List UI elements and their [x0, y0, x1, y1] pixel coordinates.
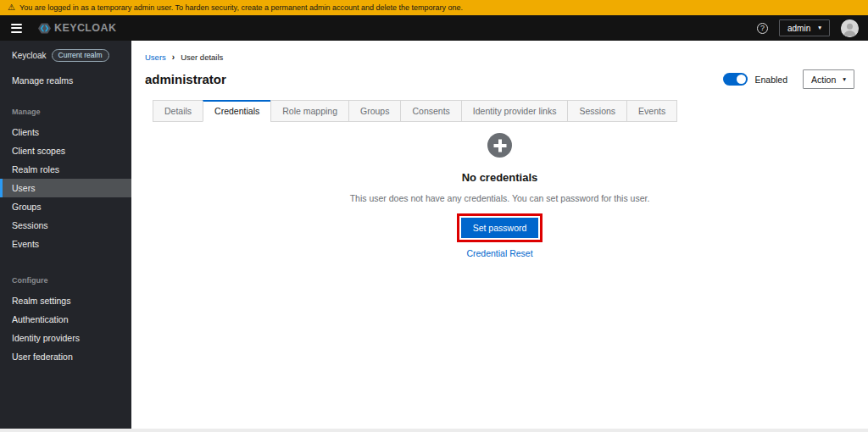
- keycloak-logo: KEYCLOAK: [38, 22, 116, 35]
- tab-credentials[interactable]: Credentials: [203, 100, 270, 122]
- temporary-admin-warning-banner: ⚠ You are logged in as a temporary admin…: [0, 0, 868, 15]
- avatar[interactable]: [841, 19, 859, 37]
- sidebar-nav: Keycloak Current realm Manage realms Man…: [0, 41, 131, 429]
- enabled-label: Enabled: [755, 75, 788, 85]
- sidebar-item-realm-roles[interactable]: Realm roles: [0, 160, 131, 179]
- sidebar-section-manage: Manage: [0, 108, 131, 116]
- tab-role-mapping[interactable]: Role mapping: [270, 100, 348, 122]
- tab-consents[interactable]: Consents: [400, 100, 460, 122]
- chevron-down-icon: ▾: [818, 25, 821, 31]
- action-dropdown[interactable]: Action ▾: [803, 69, 854, 89]
- user-menu-dropdown[interactable]: admin ▾: [779, 19, 830, 36]
- tab-sessions[interactable]: Sessions: [567, 100, 626, 122]
- keycloak-logo-icon: [38, 22, 51, 35]
- warning-triangle-icon: ⚠: [8, 3, 15, 12]
- avatar-person-icon: [841, 19, 859, 37]
- tab-identity-provider-links[interactable]: Identity provider links: [461, 100, 568, 122]
- enabled-toggle[interactable]: [723, 73, 748, 86]
- breadcrumb: Users › User details: [145, 53, 854, 62]
- sidebar-item-realm-settings[interactable]: Realm settings: [0, 291, 131, 310]
- sidebar-item-manage-realms[interactable]: Manage realms: [0, 71, 131, 90]
- sidebar-item-identity-providers[interactable]: Identity providers: [0, 329, 131, 347]
- credential-reset-link[interactable]: Credential Reset: [145, 248, 854, 258]
- hamburger-menu-button[interactable]: [9, 21, 24, 36]
- set-password-button[interactable]: Set password: [461, 218, 539, 238]
- tab-details[interactable]: Details: [153, 100, 203, 122]
- chevron-right-icon: ›: [172, 53, 175, 62]
- sidebar-item-users[interactable]: Users: [0, 179, 131, 197]
- chevron-down-icon: ▾: [843, 76, 846, 83]
- warning-banner-text: You are logged in as a temporary admin u…: [19, 3, 463, 12]
- masthead: KEYCLOAK ? admin ▾: [0, 15, 868, 41]
- horizontal-scrollbar[interactable]: [0, 429, 868, 432]
- plus-circle-icon: [487, 133, 512, 158]
- sidebar-item-authentication[interactable]: Authentication: [0, 310, 131, 329]
- page-title: administrator: [145, 72, 226, 86]
- sidebar-item-clients[interactable]: Clients: [0, 123, 131, 141]
- empty-state-title: No credentials: [145, 171, 854, 184]
- help-icon[interactable]: ?: [757, 23, 768, 34]
- page-header: administrator Enabled Action ▾: [145, 69, 854, 89]
- tab-events[interactable]: Events: [626, 100, 677, 122]
- sidebar-item-client-scopes[interactable]: Client scopes: [0, 141, 131, 160]
- empty-state-description: This user does not have any credentials.…: [145, 193, 854, 203]
- annotation-highlight-box: Set password: [457, 213, 543, 242]
- tab-groups[interactable]: Groups: [348, 100, 400, 122]
- current-realm-badge: Current realm: [52, 49, 109, 62]
- user-menu-label: admin: [787, 24, 810, 33]
- sidebar-item-sessions[interactable]: Sessions: [0, 216, 131, 235]
- breadcrumb-current: User details: [181, 53, 223, 62]
- brand-text: KEYCLOAK: [54, 22, 116, 34]
- user-detail-tabs: Details Credentials Role mapping Groups …: [153, 100, 854, 122]
- realm-row: Keycloak Current realm: [0, 48, 131, 62]
- no-credentials-empty-state: No credentials This user does not have a…: [145, 133, 854, 258]
- action-dropdown-label: Action: [811, 75, 836, 85]
- sidebar-section-configure: Configure: [0, 276, 131, 285]
- breadcrumb-link-users[interactable]: Users: [145, 53, 166, 62]
- sidebar-item-user-federation[interactable]: User federation: [0, 347, 131, 366]
- realm-name: Keycloak: [12, 51, 47, 60]
- sidebar-item-groups[interactable]: Groups: [0, 197, 131, 216]
- sidebar-item-events[interactable]: Events: [0, 235, 131, 253]
- main-content: Users › User details administrator Enabl…: [131, 41, 868, 429]
